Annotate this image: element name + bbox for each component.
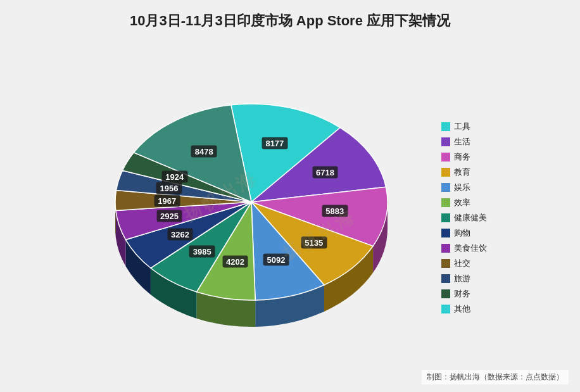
legend-color — [441, 305, 450, 313]
footer-text: 制图：扬帆出海（数据来源：点点数据） — [422, 370, 569, 384]
legend-color — [441, 183, 450, 192]
legend-item: 商务 — [441, 151, 487, 163]
legend-color — [441, 229, 450, 237]
legend-color — [441, 122, 450, 131]
slice-label: 8177 — [262, 137, 287, 149]
legend-label: 效率 — [454, 197, 470, 208]
slice-label: 3262 — [167, 229, 193, 241]
legend-color — [441, 168, 450, 177]
legend-label: 生活 — [454, 136, 470, 148]
slice-label: 1924 — [161, 170, 187, 182]
legend-label: 商务 — [454, 151, 470, 163]
legend-label: 购物 — [454, 227, 470, 239]
slice-label: 6718 — [312, 166, 338, 178]
legend-color — [441, 153, 450, 161]
legend-item: 健康健美 — [441, 212, 487, 224]
slice-label: 3985 — [189, 245, 215, 257]
legend-item: 娱乐 — [441, 182, 487, 193]
legend-color — [441, 274, 450, 283]
legend-item: 教育 — [441, 167, 487, 178]
legend-item: 社交 — [441, 258, 487, 269]
legend-color — [441, 198, 450, 207]
legend-label: 美食佳饮 — [454, 243, 487, 254]
legend-item: 效率 — [441, 197, 487, 208]
legend-label: 健康健美 — [454, 212, 487, 224]
legend-color — [441, 244, 450, 253]
chart-area: 8177671858835135509242023985326229251967… — [0, 37, 580, 392]
legend: 工具生活商务教育娱乐效率健康健美购物美食佳饮社交旅游财务其他 — [441, 121, 487, 315]
legend-item: 工具 — [441, 121, 487, 132]
slice-label: 2925 — [156, 210, 182, 222]
slice-label: 1956 — [156, 182, 182, 194]
main-container: 10月3日-11月3日印度市场 App Store 应用下架情况 8177671… — [0, 0, 580, 392]
pie-svg — [93, 79, 435, 351]
legend-label: 娱乐 — [454, 182, 470, 193]
chart-title: 10月3日-11月3日印度市场 App Store 应用下架情况 — [130, 11, 450, 30]
legend-label: 财务 — [454, 288, 470, 300]
slice-label: 8478 — [191, 145, 217, 157]
pie-chart: 8177671858835135509242023985326229251967… — [93, 79, 435, 351]
legend-item: 生活 — [441, 136, 487, 148]
legend-label: 工具 — [454, 121, 470, 132]
legend-item: 其他 — [441, 303, 487, 315]
slice-label: 5135 — [301, 237, 327, 249]
legend-item: 旅游 — [441, 273, 487, 284]
legend-label: 其他 — [454, 303, 470, 315]
legend-item: 美食佳饮 — [441, 243, 487, 254]
slice-label: 5883 — [322, 205, 348, 217]
legend-color — [441, 259, 450, 268]
legend-color — [441, 289, 450, 298]
legend-label: 旅游 — [454, 273, 470, 284]
slice-label: 5092 — [263, 254, 289, 266]
slice-label: 4202 — [222, 255, 248, 267]
legend-color — [441, 213, 450, 222]
legend-item: 购物 — [441, 227, 487, 239]
legend-color — [441, 137, 450, 146]
legend-label: 社交 — [454, 258, 470, 269]
legend-label: 教育 — [454, 167, 470, 178]
legend-item: 财务 — [441, 288, 487, 300]
slice-label: 1967 — [154, 194, 180, 206]
